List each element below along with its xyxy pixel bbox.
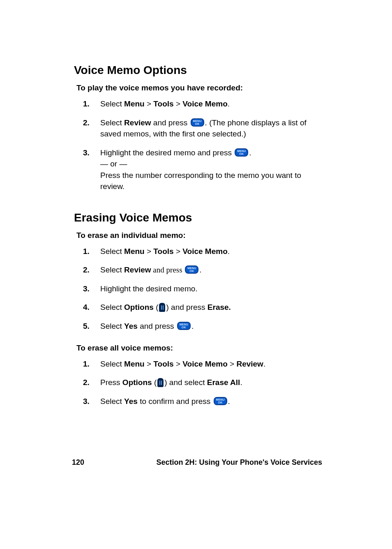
suffix: .	[228, 247, 230, 256]
text: Highlight the desired memo.	[100, 284, 198, 293]
suffix: .	[263, 360, 265, 368]
text: Select	[100, 118, 124, 127]
step-3: Highlight the desired memo and press MEN…	[83, 147, 322, 200]
bold-yes: Yes	[124, 397, 138, 406]
sep: >	[145, 99, 154, 108]
suffix: .	[240, 378, 242, 387]
subhead-erase-all: To erase all voice memos:	[76, 344, 322, 353]
menu-ok-icon: MENUOK	[235, 148, 248, 157]
text: and press	[151, 118, 190, 127]
heading-voice-memo-options: Voice Memo Options	[74, 64, 322, 77]
sep: >	[174, 99, 183, 108]
step-2: Select Review and press MENUOK.	[83, 264, 322, 283]
bold-voice-memo: Voice Memo	[182, 360, 227, 368]
bold-options: Options	[124, 303, 154, 311]
bold-review: Review	[236, 360, 263, 368]
suffix: .	[228, 397, 230, 406]
or-separator: — or —	[100, 159, 127, 168]
step-1: Select Menu > Tools > Voice Memo.	[83, 246, 322, 265]
step-4: Select Options () and press Erase.	[83, 302, 322, 321]
menu-ok-icon: MENUOK	[177, 322, 191, 330]
menu-ok-icon: MENUOK	[185, 265, 198, 274]
bold-menu: Menu	[124, 247, 145, 256]
text: Highlight the desired memo and press	[100, 148, 234, 157]
subhead-play-memos: To play the voice memos you have recorde…	[76, 83, 322, 92]
suffix: .	[199, 265, 201, 274]
step-3: Select Yes to confirm and press MENUOK.	[83, 396, 322, 415]
open-paren: (	[154, 303, 159, 311]
text: Select	[100, 397, 124, 406]
step-5: Select Yes and press MENUOK.	[83, 321, 322, 339]
text: Select	[100, 322, 124, 330]
text: Select	[100, 360, 124, 368]
bold-voice-memo: Voice Memo	[182, 247, 227, 256]
menu-ok-icon: MENUOK	[191, 118, 204, 127]
text: Select	[100, 99, 124, 108]
step-2: Press Options () and select Erase All.	[83, 377, 322, 396]
text: Select	[100, 303, 124, 311]
text: Press	[100, 378, 122, 387]
bold-menu: Menu	[124, 99, 145, 108]
text: Select	[100, 247, 124, 256]
bold-review: Review	[124, 265, 151, 274]
bold-voice-memo: Voice Memo	[182, 99, 227, 108]
document-page: Voice Memo Options To play the voice mem…	[0, 0, 392, 414]
bold-tools: Tools	[153, 360, 173, 368]
section-label: Section 2H: Using Your Phone's Voice Ser…	[157, 458, 322, 467]
text: to confirm and press	[138, 397, 213, 406]
sep: >	[145, 360, 154, 368]
bold-tools: Tools	[153, 247, 173, 256]
step-3: Highlight the desired memo.	[83, 283, 322, 302]
step-1: Select Menu > Tools > Voice Memo > Revie…	[83, 358, 322, 377]
text: Select	[100, 265, 124, 274]
bold-menu: Menu	[124, 360, 145, 368]
heading-erasing-voice-memos: Erasing Voice Memos	[74, 211, 322, 224]
suffix: .	[191, 322, 194, 330]
sep: >	[228, 360, 237, 368]
steps-play-memos: Select Menu > Tools > Voice Memo. Select…	[83, 98, 322, 200]
steps-erase-all: Select Menu > Tools > Voice Memo > Revie…	[83, 358, 322, 415]
softkey-icon	[157, 378, 164, 387]
menu-ok-icon: MENUOK	[214, 397, 227, 405]
text: Press the number corresponding to the me…	[100, 171, 301, 191]
bold-erase-all: Erase All	[207, 378, 240, 387]
bold-tools: Tools	[153, 99, 173, 108]
close-text: ) and press	[166, 303, 207, 311]
sep: >	[145, 247, 154, 256]
step-2: Select Review and press MENUOK. (The pho…	[83, 117, 322, 147]
text: and press	[138, 322, 176, 330]
step-1: Select Menu > Tools > Voice Memo.	[83, 98, 322, 117]
page-number: 120	[72, 458, 97, 467]
bold-yes: Yes	[124, 322, 138, 330]
bold-options: Options	[122, 378, 152, 387]
suffix: .	[228, 99, 230, 108]
close-text: ) and select	[164, 378, 207, 387]
sep: >	[174, 247, 183, 256]
softkey-icon	[159, 303, 165, 312]
open-paren: (	[152, 378, 157, 387]
sep: >	[174, 360, 183, 368]
bold-review: Review	[124, 118, 151, 127]
bold-erase: Erase.	[208, 303, 231, 311]
page-footer: 120 Section 2H: Using Your Phone's Voice…	[0, 458, 392, 467]
text: and press	[151, 265, 184, 274]
subhead-erase-individual: To erase an individual memo:	[76, 231, 322, 240]
steps-erase-individual: Select Menu > Tools > Voice Memo. Select…	[83, 246, 322, 339]
text: .	[249, 148, 251, 157]
